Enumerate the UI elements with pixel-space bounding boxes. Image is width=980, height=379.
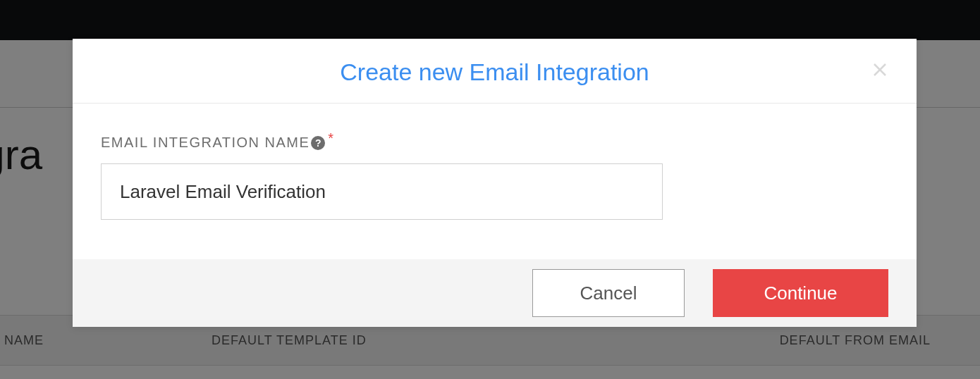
top-navigation-bar [0,0,980,40]
form-label-row: EMAIL INTEGRATION NAME ? * [101,135,888,151]
integration-name-input[interactable] [101,163,663,220]
modal-header: Create new Email Integration [73,39,917,104]
close-icon [871,61,888,78]
help-icon[interactable]: ? [311,136,325,150]
required-indicator: * [328,130,333,147]
modal-footer: Cancel Continue [73,259,917,327]
integration-name-label: EMAIL INTEGRATION NAME [101,135,310,151]
continue-button[interactable]: Continue [713,269,888,317]
close-button[interactable] [870,60,890,80]
create-email-integration-modal: Create new Email Integration EMAIL INTEG… [73,39,917,327]
cancel-button[interactable]: Cancel [532,269,685,317]
modal-body: EMAIL INTEGRATION NAME ? * [73,104,917,259]
modal-title: Create new Email Integration [101,58,888,86]
